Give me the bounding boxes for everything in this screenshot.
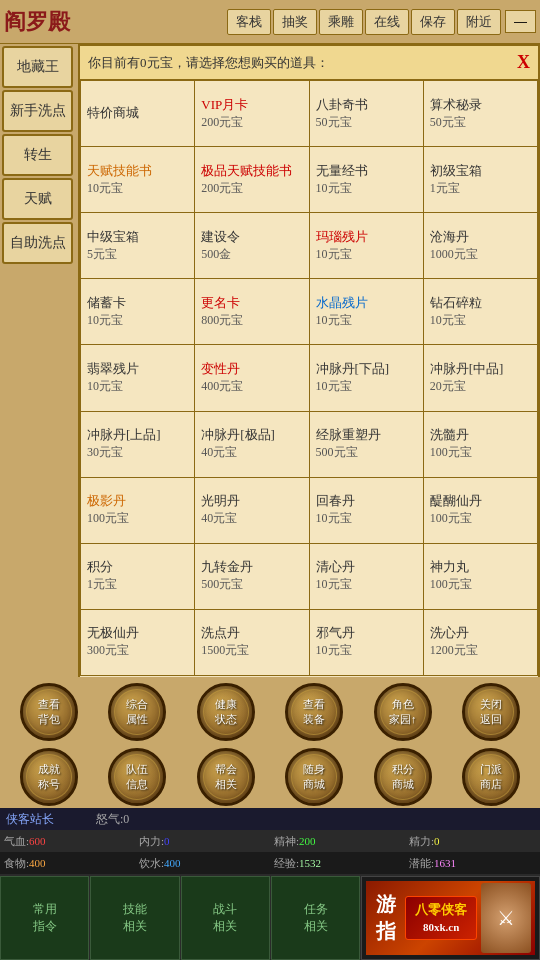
shop-item[interactable]: 冲脉丹[上品] 30元宝 bbox=[81, 412, 194, 477]
shop-item[interactable]: 光明丹 40元宝 bbox=[195, 478, 308, 543]
action-button-label: 健康 状态 bbox=[215, 697, 237, 728]
shop-close-button[interactable]: X bbox=[517, 52, 530, 73]
action-button-portable-shop[interactable]: 随身 商城 bbox=[285, 748, 343, 806]
shop-item[interactable]: 建设令 500金 bbox=[195, 213, 308, 278]
sidebar-newbie-wash[interactable]: 新手洗点 bbox=[2, 90, 73, 132]
nav-tour-commands[interactable]: 游指 八零侠客80xk.cn ⚔ bbox=[361, 876, 540, 960]
item-name: 无量经书 bbox=[316, 163, 417, 180]
shop-item[interactable]: 更名卡 800元宝 bbox=[195, 279, 308, 344]
shop-header: 你目前有0元宝，请选择您想购买的道具： X bbox=[80, 46, 538, 80]
shop-item[interactable]: 冲脉丹[下品] 10元宝 bbox=[310, 345, 423, 410]
item-name: 初级宝箱 bbox=[430, 163, 531, 180]
shop-item[interactable]: 醍醐仙丹 100元宝 bbox=[424, 478, 537, 543]
shop-item[interactable]: 沧海丹 1000元宝 bbox=[424, 213, 537, 278]
shop-item[interactable]: 洗心丹 1200元宝 bbox=[424, 610, 537, 675]
btn-inn[interactable]: 客栈 bbox=[227, 9, 271, 35]
item-price: 10元宝 bbox=[87, 180, 188, 197]
item-name: 变性丹 bbox=[201, 361, 302, 378]
item-name: 翡翠残片 bbox=[87, 361, 188, 378]
shop-item[interactable]: 清心丹 10元宝 bbox=[310, 544, 423, 609]
shop-item[interactable]: 无极仙丹 300元宝 bbox=[81, 610, 194, 675]
action-button-label: 角色 家园↑ bbox=[389, 697, 417, 728]
shop-item[interactable]: 翡翠残片 10元宝 bbox=[81, 345, 194, 410]
sidebar-talent[interactable]: 天赋 bbox=[2, 178, 73, 220]
minimize-button[interactable]: — bbox=[505, 10, 536, 33]
item-price: 1200元宝 bbox=[430, 642, 531, 659]
btn-nearby[interactable]: 附近 bbox=[457, 9, 501, 35]
app-title: 阎罗殿 bbox=[4, 7, 70, 37]
nav-common-commands[interactable]: 常用 指令 bbox=[0, 876, 89, 960]
btn-online[interactable]: 在线 bbox=[365, 9, 409, 35]
shop-item[interactable]: 水晶残片 10元宝 bbox=[310, 279, 423, 344]
sidebar: 地藏王 新手洗点 转生 天赋 自助洗点 bbox=[0, 44, 75, 266]
shop-item[interactable]: 邪气丹 10元宝 bbox=[310, 610, 423, 675]
shop-item[interactable]: 神力丸 100元宝 bbox=[424, 544, 537, 609]
action-button-health-status[interactable]: 健康 状态 bbox=[197, 683, 255, 741]
action-button-achievement-title[interactable]: 成就 称号 bbox=[20, 748, 78, 806]
shop-item[interactable]: 储蓄卡 10元宝 bbox=[81, 279, 194, 344]
action-button-sect-shop[interactable]: 门派 商店 bbox=[462, 748, 520, 806]
shop-item[interactable]: 算术秘录 50元宝 bbox=[424, 81, 537, 146]
item-price: 10元宝 bbox=[87, 378, 188, 395]
item-price: 100元宝 bbox=[430, 576, 531, 593]
shop-item[interactable]: 洗点丹 1500元宝 bbox=[195, 610, 308, 675]
action-button-combined-attr[interactable]: 综合 属性 bbox=[108, 683, 166, 741]
shop-item[interactable]: 积分 1元宝 bbox=[81, 544, 194, 609]
shop-item[interactable]: 初级宝箱 1元宝 bbox=[424, 147, 537, 212]
shop-item[interactable]: 极影丹 100元宝 bbox=[81, 478, 194, 543]
shop-item[interactable]: 天赋技能书 10元宝 bbox=[81, 147, 194, 212]
shop-item[interactable]: 冲脉丹[极品] 40元宝 bbox=[195, 412, 308, 477]
item-price: 500元宝 bbox=[201, 576, 302, 593]
item-price: 40元宝 bbox=[201, 510, 302, 527]
action-button-points-shop[interactable]: 积分 商城 bbox=[374, 748, 432, 806]
stat-hidden: 潜能: 1631 bbox=[405, 852, 540, 874]
item-name: 冲脉丹[下品] bbox=[316, 361, 417, 378]
action-button-label: 积分 商城 bbox=[392, 762, 414, 793]
shop-item[interactable]: 无量经书 10元宝 bbox=[310, 147, 423, 212]
stat-sp: 精神: 200 bbox=[270, 830, 405, 852]
shop-item[interactable]: 洗髓丹 100元宝 bbox=[424, 412, 537, 477]
shop-item[interactable]: 回春丹 10元宝 bbox=[310, 478, 423, 543]
btn-save[interactable]: 保存 bbox=[411, 9, 455, 35]
action-button-label: 成就 称号 bbox=[38, 762, 60, 793]
shop-area: 你目前有0元宝，请选择您想购买的道具： X 特价商城 VIP月卡 200元宝八卦… bbox=[78, 44, 540, 680]
stat-water: 饮水: 400 bbox=[135, 852, 270, 874]
stat-food: 食物: 400 bbox=[0, 852, 135, 874]
shop-item[interactable]: 冲脉丹[中品] 20元宝 bbox=[424, 345, 537, 410]
btn-mount[interactable]: 乘雕 bbox=[319, 9, 363, 35]
item-name: 冲脉丹[极品] bbox=[201, 427, 302, 444]
item-name: 洗心丹 bbox=[430, 625, 531, 642]
btn-lottery[interactable]: 抽奖 bbox=[273, 9, 317, 35]
shop-item[interactable]: 九转金丹 500元宝 bbox=[195, 544, 308, 609]
sidebar-self-wash[interactable]: 自助洗点 bbox=[2, 222, 73, 264]
stat-label: 潜能: bbox=[409, 856, 434, 871]
shop-item[interactable]: 玛瑙残片 10元宝 bbox=[310, 213, 423, 278]
action-button-close-return[interactable]: 关闭 返回 bbox=[462, 683, 520, 741]
item-price: 1500元宝 bbox=[201, 642, 302, 659]
shop-item[interactable]: 中级宝箱 5元宝 bbox=[81, 213, 194, 278]
shop-item[interactable]: VIP月卡 200元宝 bbox=[195, 81, 308, 146]
action-button-guild-related[interactable]: 帮会 相关 bbox=[197, 748, 255, 806]
shop-item[interactable]: 钻石碎粒 10元宝 bbox=[424, 279, 537, 344]
action-button-view-equipment[interactable]: 查看 装备 bbox=[285, 683, 343, 741]
item-name: 光明丹 bbox=[201, 493, 302, 510]
shop-item[interactable]: 特价商城 bbox=[81, 81, 194, 146]
item-name: 极影丹 bbox=[87, 493, 188, 510]
sidebar-dizangwang[interactable]: 地藏王 bbox=[2, 46, 73, 88]
nav-skill-related[interactable]: 技能 相关 bbox=[90, 876, 179, 960]
action-button-team-info[interactable]: 队伍 信息 bbox=[108, 748, 166, 806]
nav-combat-related[interactable]: 战斗 相关 bbox=[181, 876, 270, 960]
action-button-view-backpack[interactable]: 查看 背包 bbox=[20, 683, 78, 741]
action-button-character-home[interactable]: 角色 家园↑ bbox=[374, 683, 432, 741]
item-name: 天赋技能书 bbox=[87, 163, 188, 180]
nav-quest-related[interactable]: 任务 相关 bbox=[271, 876, 360, 960]
shop-item[interactable]: 变性丹 400元宝 bbox=[195, 345, 308, 410]
sidebar-reincarnate[interactable]: 转生 bbox=[2, 134, 73, 176]
item-price: 30元宝 bbox=[87, 444, 188, 461]
shop-item[interactable]: 经脉重塑丹 500元宝 bbox=[310, 412, 423, 477]
shop-item[interactable]: 八卦奇书 50元宝 bbox=[310, 81, 423, 146]
shop-item[interactable]: 极品天赋技能书 200元宝 bbox=[195, 147, 308, 212]
action-button-label: 关闭 返回 bbox=[480, 697, 502, 728]
item-price: 1元宝 bbox=[430, 180, 531, 197]
item-name: 积分 bbox=[87, 559, 188, 576]
